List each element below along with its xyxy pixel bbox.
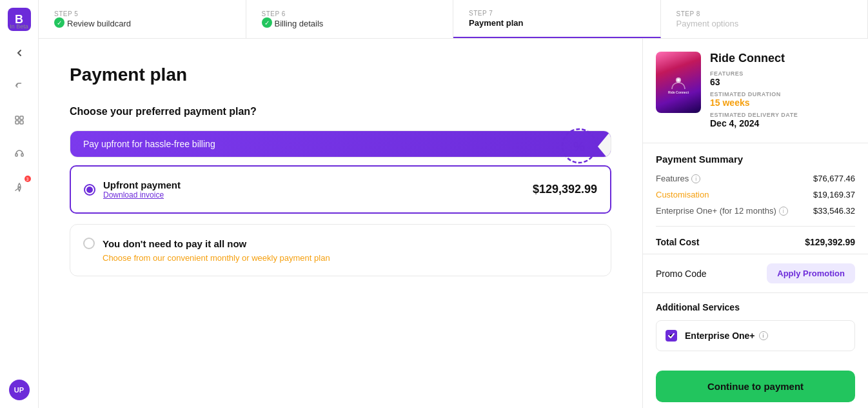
duration-value: 15 weeks: [710, 97, 855, 108]
additional-title: Additional Services: [656, 302, 855, 312]
svg-text:%: %: [573, 139, 585, 154]
upfront-radio[interactable]: [84, 184, 95, 196]
delivery-label: ESTIMATED DELIVERY DATE: [710, 112, 855, 118]
installment-title: You don't need to pay it all now: [103, 238, 246, 249]
content-layout: Payment plan Choose your preferred payme…: [39, 39, 868, 408]
enterprise-checkbox[interactable]: [666, 330, 677, 342]
plan-banner: Pay upfront for hassle-free billing: [70, 131, 611, 157]
installment-radio[interactable]: [83, 238, 95, 249]
step7-label: Payment plan: [469, 18, 645, 28]
svg-rect-1: [20, 116, 23, 119]
features-summary-value: $76,677.46: [813, 174, 855, 183]
step-8: STEP 8 Payment options: [661, 0, 869, 38]
summary-title: Payment Summary: [656, 154, 855, 165]
features-info-icon[interactable]: i: [691, 174, 700, 183]
headset-icon[interactable]: [9, 143, 30, 164]
promo-section: Promo Code Apply Promotion: [643, 254, 868, 293]
total-label: Total Cost: [656, 237, 699, 247]
step7-number: STEP 7: [469, 10, 645, 17]
banner-arrow: [598, 131, 611, 158]
summary-row-features: Features i $76,677.46: [656, 174, 855, 183]
grid-icon[interactable]: [9, 110, 30, 130]
upfront-plan-container: Pay upfront for hassle-free billing %: [70, 130, 611, 214]
main-wrapper: STEP 5 ✓ Review buildcard STEP 6 ✓ Billi…: [39, 0, 868, 408]
promo-label: Promo Code: [656, 269, 707, 279]
sidebar-logo[interactable]: B In Beta: [8, 8, 31, 30]
enterprise-label: Enterprise One+ (for 12 months) i: [656, 206, 788, 216]
service-info-icon[interactable]: i: [759, 331, 768, 340]
product-image-inner: Ride Connect: [656, 52, 701, 113]
discount-badge: %: [560, 127, 598, 165]
radio-inner: [86, 187, 93, 193]
section-question: Choose your preferred payment plan?: [70, 106, 611, 117]
step8-label: Payment options: [676, 19, 853, 28]
features-summary-label: Features i: [656, 174, 700, 183]
payment-summary: Payment Summary Features i $76,677.46 Cu…: [643, 154, 868, 254]
summary-row-customisation: Customisation $19,169.37: [656, 190, 855, 199]
rocket-badge: 3: [25, 176, 31, 182]
step-6: STEP 6 ✓ Billing details: [246, 0, 454, 38]
rocket-wrapper[interactable]: 3: [9, 177, 30, 198]
continue-to-payment-button[interactable]: Continue to payment: [656, 371, 855, 402]
step-7: STEP 7 Payment plan: [453, 0, 661, 38]
svg-rect-5: [21, 154, 23, 156]
divider-1: [643, 143, 868, 143]
product-details: Ride Connect FEATURES 63 ESTIMATED DURAT…: [710, 52, 855, 132]
upfront-name: Upfront payment: [103, 179, 525, 190]
step6-label: Billing details: [275, 19, 324, 28]
total-value: $129,392.99: [805, 237, 855, 247]
summary-row-enterprise: Enterprise One+ (for 12 months) i $33,54…: [656, 206, 855, 216]
enterprise-value: $33,546.32: [813, 206, 855, 216]
step6-check: ✓ Billing details: [262, 17, 438, 28]
upfront-card-wrapper: Pay upfront for hassle-free billing: [70, 130, 611, 158]
features-value: 63: [710, 77, 855, 87]
step6-number: STEP 6: [262, 10, 438, 17]
customisation-value: $19,169.37: [813, 190, 855, 199]
right-panel: Ride Connect Ride Connect FEATURES 63 ES…: [642, 39, 868, 408]
product-name: Ride Connect: [710, 52, 855, 65]
installment-subtitle: Choose from our convenient monthly or we…: [103, 253, 598, 263]
enterprise-service-name: Enterprise One+ i: [685, 331, 768, 341]
enterprise-info-icon[interactable]: i: [779, 207, 788, 216]
apply-promotion-button[interactable]: Apply Promotion: [767, 263, 855, 283]
plan-banner-text: Pay upfront for hassle-free billing: [83, 139, 215, 149]
steps-header: STEP 5 ✓ Review buildcard STEP 6 ✓ Billi…: [39, 0, 868, 39]
svg-rect-3: [20, 121, 23, 124]
upfront-inner[interactable]: Upfront payment Download invoice $129,39…: [74, 169, 607, 210]
features-label: FEATURES: [710, 70, 855, 77]
sidebar: B In Beta: [0, 0, 39, 408]
product-image: Ride Connect: [656, 52, 701, 113]
user-avatar[interactable]: UP: [9, 380, 30, 400]
undo-icon[interactable]: [9, 76, 30, 97]
svg-point-6: [18, 187, 20, 189]
step5-number: STEP 5: [54, 10, 230, 17]
svg-rect-0: [15, 116, 19, 119]
upfront-info: Upfront payment Download invoice: [103, 179, 525, 199]
step6-check-icon: ✓: [262, 17, 272, 28]
installment-header: You don't need to pay it all now: [83, 238, 598, 249]
step8-number: STEP 8: [676, 10, 853, 17]
additional-section: Additional Services Enterprise One+ i: [643, 293, 868, 360]
page-title: Payment plan: [70, 65, 611, 85]
upfront-wrapper: Upfront payment Download invoice $129,39…: [70, 165, 611, 214]
product-header: Ride Connect Ride Connect FEATURES 63 ES…: [643, 39, 868, 132]
svg-rect-2: [15, 121, 19, 124]
step-5: STEP 5 ✓ Review buildcard: [39, 0, 246, 38]
step5-check-icon: ✓: [54, 17, 64, 28]
beta-label: In Beta: [8, 23, 31, 30]
step5-label: Review buildcard: [67, 19, 131, 28]
customisation-label: Customisation: [656, 190, 709, 199]
download-invoice-link[interactable]: Download invoice: [103, 190, 525, 199]
back-icon[interactable]: [9, 43, 30, 63]
svg-text:Ride Connect: Ride Connect: [668, 90, 689, 94]
step5-check: ✓ Review buildcard: [54, 17, 230, 28]
delivery-value: Dec 4, 2024: [710, 118, 855, 128]
svg-rect-4: [15, 154, 17, 156]
upfront-price: $129,392.99: [533, 183, 597, 196]
summary-row-total: Total Cost $129,392.99: [656, 237, 855, 247]
installment-card[interactable]: You don't need to pay it all now Choose …: [70, 224, 611, 276]
divider-summary: [656, 226, 855, 227]
svg-point-10: [677, 79, 680, 81]
payment-main: Payment plan Choose your preferred payme…: [39, 39, 642, 408]
service-item-enterprise[interactable]: Enterprise One+ i: [656, 320, 855, 351]
